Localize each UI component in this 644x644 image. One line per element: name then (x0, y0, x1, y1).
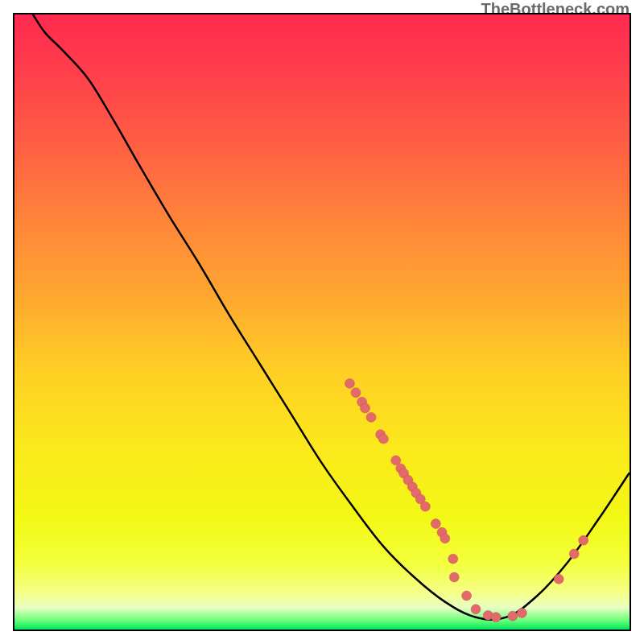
dot (508, 611, 518, 621)
dot (440, 534, 450, 543)
dot (569, 549, 579, 559)
dot (351, 388, 361, 398)
dot (345, 378, 354, 388)
dot (471, 605, 481, 614)
dot (449, 572, 459, 582)
dot (378, 434, 388, 444)
dot (491, 613, 501, 622)
dot (448, 554, 458, 564)
dot (517, 608, 526, 617)
dot (554, 574, 564, 584)
dot (420, 502, 430, 511)
dot (462, 591, 472, 601)
dot (361, 403, 370, 413)
chart-scatter-dots (345, 378, 588, 621)
dot (366, 412, 376, 422)
chart-overlay (14, 14, 630, 630)
chart-curve (33, 14, 630, 620)
plot-area (13, 13, 631, 631)
dot (431, 519, 440, 529)
dot (579, 535, 588, 545)
chart-frame: TheBottleneck.com (0, 0, 644, 644)
